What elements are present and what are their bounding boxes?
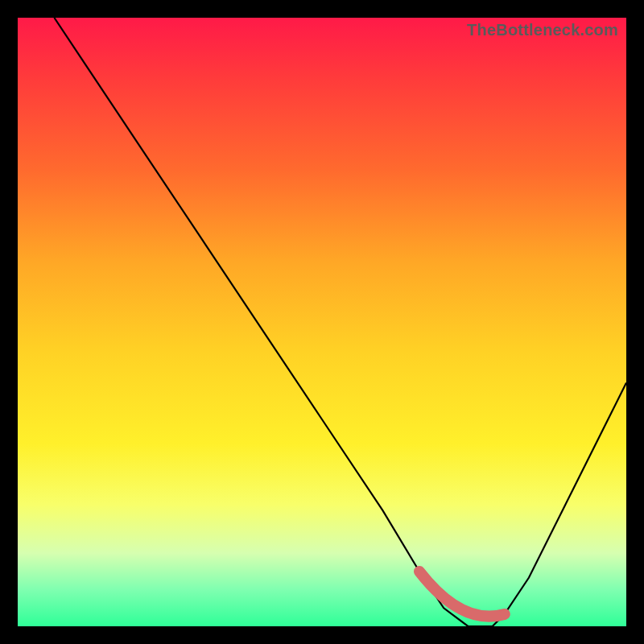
bottleneck-curve-path (54, 18, 626, 626)
curve-overlay (18, 18, 626, 626)
optimal-zone-highlight (419, 572, 505, 617)
optimal-zone-end-dot (500, 609, 510, 619)
plot-area: TheBottleneck.com (18, 18, 626, 626)
chart-frame: TheBottleneck.com (0, 0, 644, 644)
